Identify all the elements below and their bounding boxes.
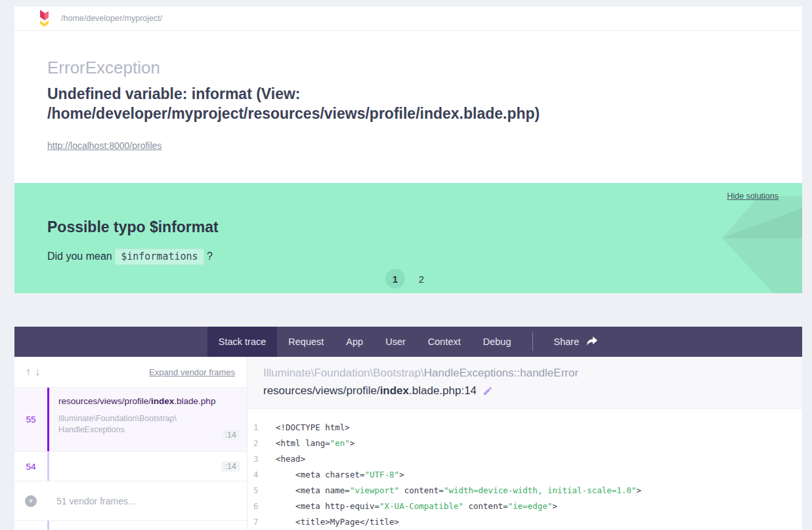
request-url-link[interactable]: http://localhost:8000/profiles (47, 140, 161, 151)
exception-class: ErrorException (47, 58, 769, 78)
project-path: /home/developer/myproject/ (61, 14, 162, 23)
hide-solutions-link[interactable]: Hide solutions (727, 192, 779, 201)
sidebar-header: ↑ ↓ Expand vendor frames (14, 357, 247, 388)
edit-file-button[interactable] (482, 386, 493, 396)
code-line: 5 <meta name="viewport" content="width=d… (247, 483, 802, 499)
frame-number: 55 (14, 388, 47, 451)
share-button[interactable]: Share (543, 327, 610, 357)
share-label: Share (554, 336, 580, 347)
error-card: /home/developer/myproject/ ErrorExceptio… (14, 7, 802, 183)
tabbar-divider (532, 333, 533, 351)
stack-frame-2[interactable]: 2 public/index.php :52 (14, 521, 247, 530)
error-message: Undefined variable: informat (View: /hom… (47, 84, 737, 123)
solution-panel: Hide solutions Possible typo $informat D… (14, 183, 802, 293)
solution-description: Did you mean $informations ? (47, 251, 769, 262)
code-line: 3<head> (247, 451, 802, 467)
code-header: Illuminate\Foundation\Bootstrap\HandleEx… (247, 357, 802, 409)
frame-down-icon[interactable]: ↓ (33, 366, 42, 378)
tab-bar: Stack trace Request App User Context Deb… (14, 327, 802, 357)
frame-file-heading: resources/views/profile/index.blade.php:… (263, 384, 786, 398)
code-line: 6 <meta http-equiv="X-UA-Compatible" con… (247, 499, 802, 514)
frame-method-heading: Illuminate\Foundation\Bootstrap\HandleEx… (263, 367, 786, 380)
frame-line-badge: :14 (221, 461, 240, 472)
stack-frames-sidebar: ↑ ↓ Expand vendor frames 55 resources/vi… (14, 357, 247, 530)
solution-text-suffix: ? (207, 251, 213, 262)
pagination-page-2[interactable]: 2 (412, 269, 431, 289)
frame-number: 54 (14, 452, 47, 481)
suggestion-code: $informations (115, 249, 203, 265)
code-viewer: 1<!DOCTYPE html>2<html lang="en">3<head>… (247, 409, 802, 530)
frame-up-icon[interactable]: ↑ (24, 366, 33, 378)
frame-number: 2 (14, 521, 47, 530)
solution-pagination: 1 2 (47, 269, 769, 289)
tab-request[interactable]: Request (277, 327, 335, 357)
stack-frame-55[interactable]: 55 resources/views/profile/index.blade.p… (14, 388, 247, 452)
expand-vendor-frames-link[interactable]: Expand vendor frames (149, 367, 235, 377)
code-line: 4 <meta charset="UTF-8"> (247, 467, 802, 483)
flare-logo-icon (38, 10, 49, 28)
tab-debug[interactable]: Debug (472, 327, 523, 357)
pagination-page-1[interactable]: 1 (385, 269, 405, 289)
share-icon (586, 336, 598, 347)
tab-stack-trace[interactable]: Stack trace (207, 327, 278, 357)
tab-app[interactable]: App (335, 327, 374, 357)
tab-context[interactable]: Context (417, 327, 472, 357)
solution-text-prefix: Did you mean (47, 251, 115, 262)
stack-frame-54[interactable]: 54 :14 (14, 452, 247, 481)
pencil-icon (482, 386, 493, 396)
tab-user[interactable]: User (374, 327, 417, 357)
top-bar: /home/developer/myproject/ (14, 7, 802, 31)
vendor-frames-label: 51 vendor frames… (47, 481, 247, 520)
stack-trace-card: Stack trace Request App User Context Deb… (14, 327, 802, 530)
vendor-frames-toggle[interactable]: + 51 vendor frames… (14, 481, 247, 521)
solution-title: Possible typo $informat (47, 183, 769, 236)
expand-plus-icon[interactable]: + (25, 495, 37, 507)
code-line: 2<html lang="en"> (247, 436, 802, 451)
frame-class-name: Illuminate\Foundation\Bootstrap\ HandleE… (58, 413, 238, 436)
code-panel: Illuminate\Foundation\Bootstrap\HandleEx… (247, 357, 802, 530)
frame-line-badge: :14 (221, 430, 240, 440)
code-line: 1<!DOCTYPE html> (247, 420, 802, 436)
frame-file-path: resources/views/profile/index.blade.php (58, 396, 238, 406)
code-line: 7 <title>MyPage</title> (247, 514, 802, 530)
